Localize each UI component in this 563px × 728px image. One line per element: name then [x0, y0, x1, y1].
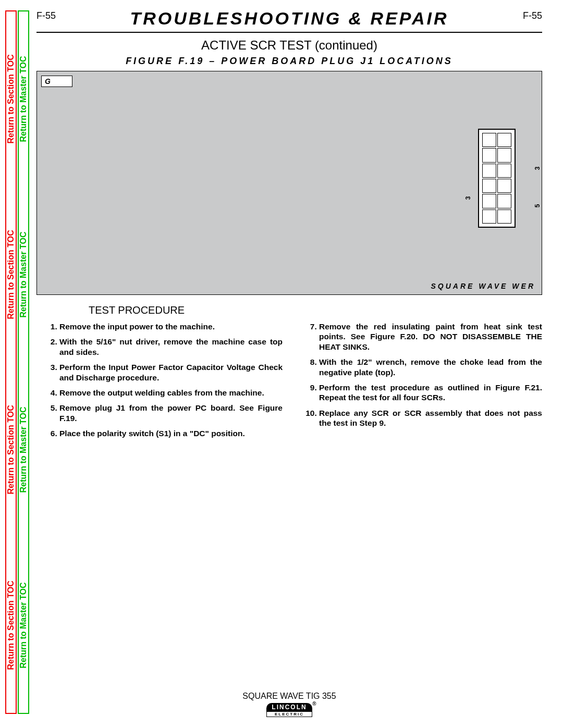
- connector-pin: [482, 179, 496, 193]
- procedure-step: Remove the output welding cables from th…: [59, 388, 283, 398]
- connector-label-right-top: 3: [534, 167, 542, 170]
- return-master-toc-link[interactable]: Return to Master TOC: [19, 362, 28, 538]
- procedure-heading: TEST PROCEDURE: [89, 304, 542, 316]
- return-section-toc-link[interactable]: Return to Section TOC: [6, 362, 16, 538]
- connector-pin: [482, 133, 496, 147]
- connector-pin: [497, 148, 511, 162]
- connector-pin: [482, 148, 496, 162]
- lincoln-logo: LINCOLN ® ELECTRIC: [266, 703, 312, 717]
- registered-icon: ®: [312, 701, 317, 707]
- connector-label-left: 3: [464, 196, 472, 200]
- page-title: TROUBLESHOOTING & REPAIR: [130, 8, 448, 29]
- procedure-step: Remove the red insulating paint from hea…: [319, 322, 542, 352]
- page-number-right: F-55: [523, 10, 542, 21]
- logo-brand: LINCOLN ®: [266, 703, 312, 711]
- page-number-left: F-55: [36, 10, 56, 21]
- figure-title: FIGURE F.19 – POWER BOARD PLUG J1 LOCATI…: [36, 56, 542, 67]
- logo-subbrand: ELECTRIC: [266, 711, 312, 717]
- connector-pin: [482, 209, 496, 224]
- connector-grid: [478, 129, 516, 228]
- procedure-col-left: Remove the input power to the machine. W…: [36, 322, 283, 443]
- return-master-toc-link[interactable]: Return to Master TOC: [19, 187, 28, 363]
- procedure-step: With the 5/16" nut driver, remove the ma…: [59, 337, 283, 357]
- header-rule: [36, 32, 542, 33]
- figure-badge: G: [41, 76, 72, 87]
- section-subtitle: ACTIVE SCR TEST (continued): [36, 38, 542, 53]
- master-toc-column: Return to Master TOC Return to Master TO…: [18, 10, 29, 714]
- procedure-step: Remove plug J1 from the power PC board. …: [59, 403, 283, 423]
- page-footer: SQUARE WAVE TIG 355 LINCOLN ® ELECTRIC: [36, 692, 542, 718]
- return-master-toc-link[interactable]: Return to Master TOC: [19, 11, 28, 187]
- procedure-col-right: Remove the red insulating paint from hea…: [296, 322, 542, 443]
- connector-pin: [482, 164, 496, 178]
- procedure-step: Replace any SCR or SCR assembly that doe…: [319, 408, 542, 428]
- procedure-step: Place the polarity switch (S1) in a "DC"…: [59, 428, 283, 438]
- logo-brand-text: LINCOLN: [272, 704, 307, 711]
- connector-diagram: 3 3 5: [478, 129, 516, 228]
- figure-box: G 3 3 5 SQUARE WAVE WER: [36, 71, 542, 295]
- return-master-toc-link[interactable]: Return to Master TOC: [19, 538, 28, 713]
- page-content: F-55 TROUBLESHOOTING & REPAIR F-55 ACTIV…: [36, 10, 542, 718]
- connector-pin: [497, 194, 511, 208]
- return-section-toc-link[interactable]: Return to Section TOC: [6, 11, 16, 187]
- procedure-step: Perform the Input Power Factor Capacitor…: [59, 362, 283, 382]
- connector-pin: [497, 179, 511, 193]
- page-header: F-55 TROUBLESHOOTING & REPAIR F-55: [36, 10, 542, 29]
- footer-model: SQUARE WAVE TIG 355: [36, 692, 542, 701]
- sidebar: Return to Section TOC Return to Section …: [5, 10, 30, 714]
- return-section-toc-link[interactable]: Return to Section TOC: [6, 187, 16, 363]
- procedure-columns: Remove the input power to the machine. W…: [36, 322, 542, 443]
- procedure-step: With the 1/2" wrench, remove the choke l…: [319, 357, 542, 377]
- procedure-step: Perform the test procedure as outlined i…: [319, 382, 542, 403]
- connector-pin: [497, 209, 511, 224]
- connector-label-right-bot: 5: [534, 204, 542, 208]
- section-toc-column: Return to Section TOC Return to Section …: [5, 10, 17, 714]
- connector-pin: [482, 194, 496, 208]
- figure-caption: SQUARE WAVE WER: [431, 282, 535, 290]
- connector-pin: [497, 164, 511, 178]
- procedure-step: Remove the input power to the machine.: [59, 322, 283, 331]
- return-section-toc-link[interactable]: Return to Section TOC: [6, 538, 16, 713]
- connector-pin: [497, 133, 511, 147]
